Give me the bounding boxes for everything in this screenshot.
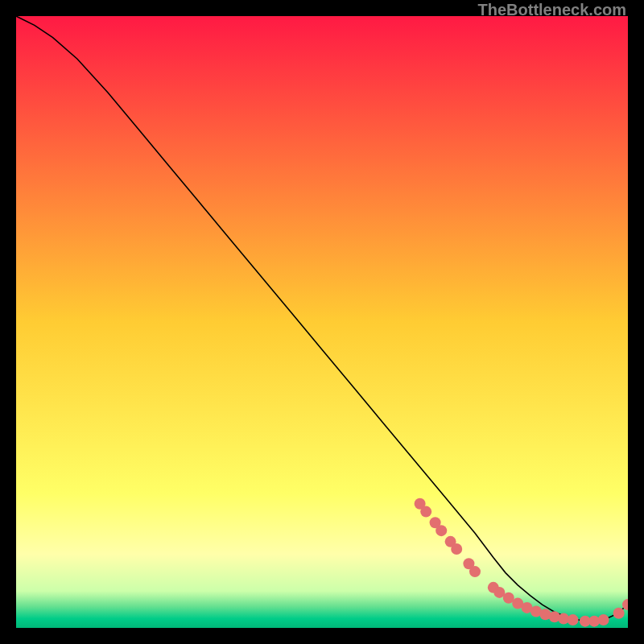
data-marker	[420, 506, 431, 518]
data-marker	[436, 525, 447, 536]
data-marker	[598, 614, 609, 625]
data-marker	[469, 566, 481, 577]
chart-area	[16, 16, 628, 628]
gradient-background	[16, 16, 628, 628]
data-marker	[613, 608, 625, 619]
data-marker	[451, 543, 462, 555]
data-marker	[568, 614, 579, 625]
chart-svg	[16, 16, 628, 628]
